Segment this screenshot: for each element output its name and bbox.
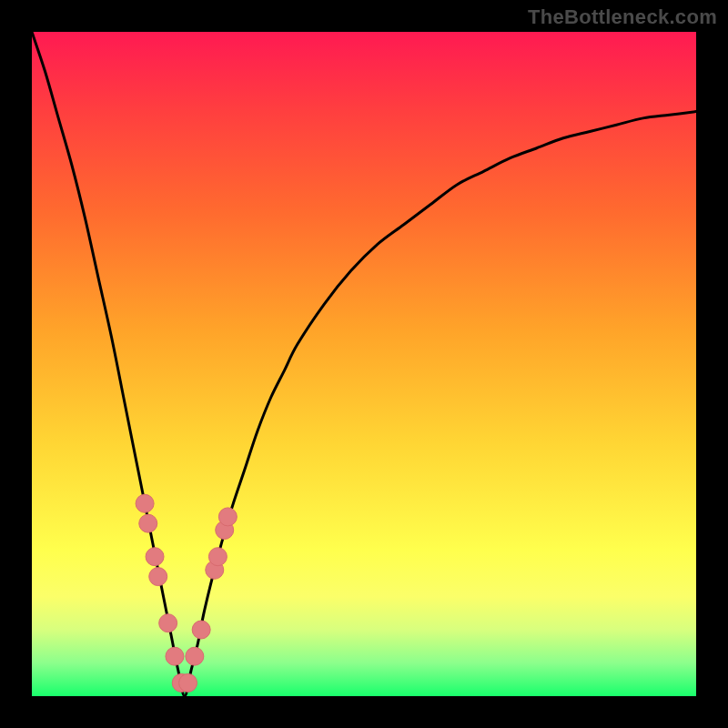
highlight-point (179, 673, 197, 692)
watermark-text: TheBottleneck.com (528, 5, 717, 29)
highlight-point (139, 514, 157, 532)
bottleneck-curve (32, 32, 696, 696)
highlight-point (159, 614, 177, 632)
highlight-point (218, 508, 237, 526)
highlight-point (166, 647, 184, 665)
highlight-point (149, 568, 167, 586)
bottleneck-chart (32, 32, 696, 696)
highlight-point (186, 647, 204, 665)
chart-frame: TheBottleneck.com (0, 0, 728, 728)
highlight-point (208, 548, 227, 566)
plot-area (32, 32, 696, 696)
highlight-point (192, 621, 210, 639)
highlight-point (146, 548, 164, 566)
highlight-point (136, 494, 154, 512)
